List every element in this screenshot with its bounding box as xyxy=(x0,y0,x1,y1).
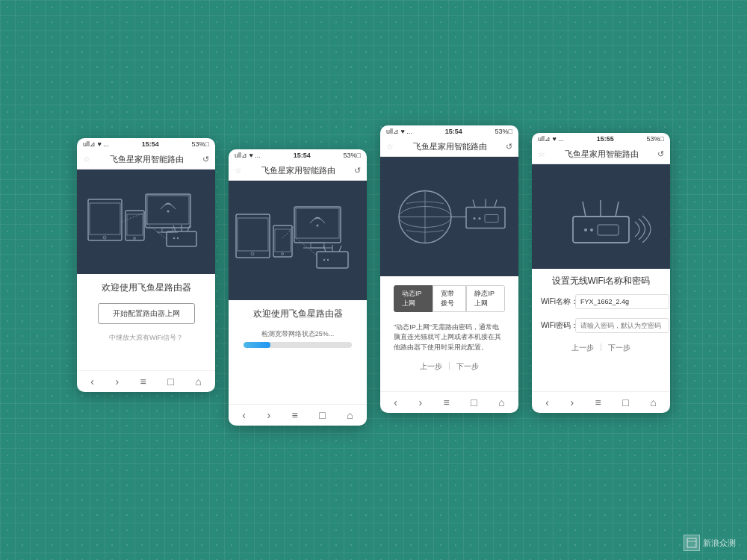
svg-rect-30 xyxy=(317,252,348,268)
app-title-3: 飞鱼星家用智能路由 xyxy=(394,141,506,152)
svg-point-55 xyxy=(590,228,593,231)
svg-rect-20 xyxy=(238,218,268,251)
svg-point-16 xyxy=(177,237,179,239)
start-btn-1[interactable]: 开始配置路由器上网 xyxy=(98,303,195,324)
svg-point-24 xyxy=(282,253,284,255)
star-icon-4[interactable]: ☆ xyxy=(538,149,545,159)
hero-image-4 xyxy=(532,164,670,269)
svg-rect-57 xyxy=(687,538,696,547)
refresh-icon-4[interactable]: ↺ xyxy=(657,149,664,159)
svg-line-18 xyxy=(144,222,167,239)
main-title-4: 设置无线WiFi名称和密码 xyxy=(541,275,661,287)
battery-1: 53%□ xyxy=(192,140,209,148)
battery-4: 53%□ xyxy=(647,135,664,143)
refresh-icon-2[interactable]: ↺ xyxy=(354,166,361,175)
nav-menu-4[interactable]: ≡ xyxy=(595,396,601,408)
nav-forward-3[interactable]: › xyxy=(418,396,422,408)
wifi-pass-label: WiFi密码： xyxy=(541,320,571,331)
svg-line-37 xyxy=(294,237,317,255)
svg-point-5 xyxy=(134,237,136,240)
time-3: 15:54 xyxy=(445,128,462,135)
tab-bar-3: 动态IP上网 宽带拨号 静态IP上网 xyxy=(394,285,505,312)
nav-forward-1[interactable]: › xyxy=(115,376,119,388)
watermark: 新浪众测 xyxy=(684,535,736,551)
star-icon-2[interactable]: ☆ xyxy=(235,166,242,175)
nav-menu-1[interactable]: ≡ xyxy=(140,376,146,388)
tab-broadband[interactable]: 宽带拨号 xyxy=(433,285,467,312)
nav-home-2[interactable]: ⌂ xyxy=(347,409,353,421)
svg-point-54 xyxy=(584,228,587,231)
bottom-nav-2: ‹ › ≡ □ ⌂ xyxy=(229,404,367,426)
svg-line-14 xyxy=(187,225,190,231)
watermark-icon xyxy=(684,535,700,551)
nav-home-1[interactable]: ⌂ xyxy=(195,376,201,388)
svg-point-34 xyxy=(323,259,325,261)
progress-label-2: 检测宽带网络状态25%... xyxy=(244,329,352,339)
app-header-3: ☆ 飞鱼星家用智能路由 ↺ xyxy=(380,137,518,157)
nav-back-4[interactable]: ‹ xyxy=(545,396,549,408)
watermark-label: 新浪众测 xyxy=(703,538,736,549)
signal-icon-2: ull⊿ ♥ ... xyxy=(235,152,261,159)
prev-btn-4[interactable]: 上一步 xyxy=(571,343,594,353)
progress-container-2: 检测宽带网络状态25%... xyxy=(244,329,352,348)
nav-back-2[interactable]: ‹ xyxy=(242,409,246,421)
nav-menu-3[interactable]: ≡ xyxy=(444,396,450,408)
signal-icon-3: ull⊿ ♥ ... xyxy=(386,128,412,135)
nav-tabs-2[interactable]: □ xyxy=(319,409,325,421)
tab-static-ip[interactable]: 静态IP上网 xyxy=(466,285,505,312)
app-header-1: ☆ 飞鱼星家用智能路由 ↺ xyxy=(77,150,215,169)
wifi-pass-input[interactable] xyxy=(575,318,669,333)
content-4: 设置无线WiFi名称和密码 WiFi名称： WiFi密码： 上一步 | 下一步 xyxy=(532,269,670,391)
nav-links-3: 上一步 | 下一步 xyxy=(388,361,511,372)
nav-tabs-4[interactable]: □ xyxy=(622,396,628,408)
refresh-icon-1[interactable]: ↺ xyxy=(202,155,209,164)
progress-fill-2 xyxy=(244,342,270,348)
prev-btn-3[interactable]: 上一步 xyxy=(420,361,442,372)
svg-line-33 xyxy=(339,246,341,252)
refresh-icon-3[interactable]: ↺ xyxy=(506,142,512,152)
svg-rect-3 xyxy=(125,211,144,240)
main-title-2: 欢迎使用飞鱼星路由器 xyxy=(238,308,358,320)
next-btn-4[interactable]: 下一步 xyxy=(608,343,630,353)
app-header-4: ☆ 飞鱼星家用智能路由 ↺ xyxy=(532,145,670,164)
nav-back-1[interactable]: ‹ xyxy=(90,376,94,388)
nav-home-4[interactable]: ⌂ xyxy=(650,396,656,408)
next-btn-3[interactable]: 下一步 xyxy=(456,361,479,372)
phone-3: ull⊿ ♥ ... 15:54 53%□ ☆ 飞鱼星家用智能路由 ↺ xyxy=(380,125,518,413)
svg-line-46 xyxy=(495,199,497,207)
star-icon-1[interactable]: ☆ xyxy=(83,155,90,164)
wifi-name-input[interactable] xyxy=(575,294,669,309)
nav-menu-2[interactable]: ≡ xyxy=(292,409,298,421)
nav-forward-2[interactable]: › xyxy=(267,409,270,421)
status-bar-2: ull⊿ ♥ ... 15:54 53%□ xyxy=(229,149,367,161)
app-title-2: 飞鱼星家用智能路由 xyxy=(242,165,354,176)
svg-rect-4 xyxy=(127,214,143,235)
status-bar-1: ull⊿ ♥ ... 15:54 53%□ xyxy=(77,138,215,150)
phone-1: ull⊿ ♥ ... 15:54 53%□ ☆ 飞鱼星家用智能路由 ↺ xyxy=(77,138,215,392)
nav-home-3[interactable]: ⌂ xyxy=(498,396,504,408)
status-bar-4: ull⊿ ♥ ... 15:55 53%□ xyxy=(532,133,670,145)
battery-2: 53%□ xyxy=(344,152,361,159)
progress-bar-2 xyxy=(244,342,352,348)
nav-back-3[interactable]: ‹ xyxy=(394,396,397,408)
nav-tabs-3[interactable]: □ xyxy=(471,396,477,408)
description-3: "动态IP上网"无需路由密码，通常电脑直连光猫就可上网或者本机接在其他路由器下使… xyxy=(388,323,511,353)
bottom-nav-3: ‹ › ≡ □ ⌂ xyxy=(380,391,518,413)
nav-forward-4[interactable]: › xyxy=(570,396,574,408)
svg-rect-26 xyxy=(296,208,339,238)
nav-tabs-1[interactable]: □ xyxy=(167,376,173,388)
tab-dynamic-ip[interactable]: 动态IP上网 xyxy=(394,285,433,312)
signal-icon-4: ull⊿ ♥ ... xyxy=(538,135,564,143)
svg-rect-1 xyxy=(90,203,120,234)
content-2: 欢迎使用飞鱼星路由器 检测宽带网络状态25%... xyxy=(229,300,367,404)
svg-point-47 xyxy=(474,217,476,220)
svg-line-31 xyxy=(323,246,326,252)
app-title-1: 飞鱼星家用智能路由 xyxy=(90,154,202,165)
svg-point-21 xyxy=(251,252,254,255)
hero-image-3 xyxy=(380,157,518,276)
battery-3: 53%□ xyxy=(495,128,512,135)
phones-container: ull⊿ ♥ ... 15:54 53%□ ☆ 飞鱼星家用智能路由 ↺ xyxy=(77,134,670,426)
star-icon-3[interactable]: ☆ xyxy=(386,142,394,152)
app-header-2: ☆ 飞鱼星家用智能路由 ↺ xyxy=(229,161,367,181)
svg-rect-11 xyxy=(167,231,196,246)
